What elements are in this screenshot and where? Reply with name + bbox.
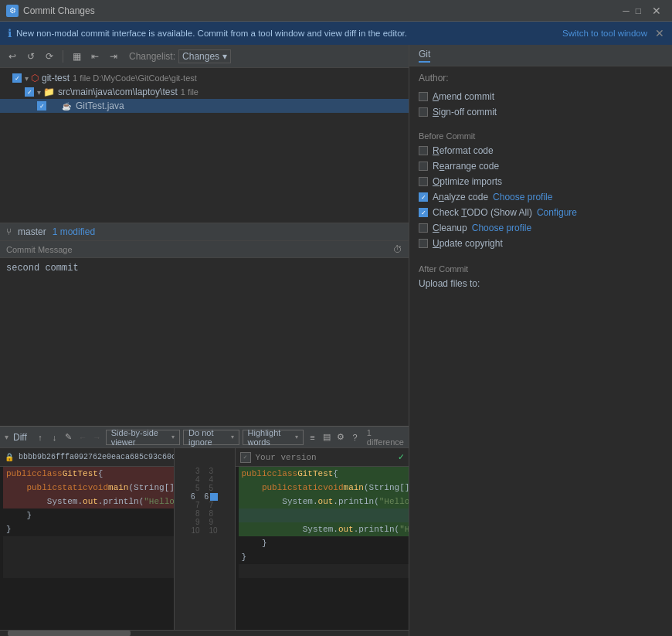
- line-numbers: 3 3 4 4 5 5 6: [191, 467, 218, 535]
- diff-right-line-3: System.out.println("Hello Git f: [239, 495, 409, 508]
- check-todo-link[interactable]: Configure: [537, 207, 577, 218]
- commit-message-input[interactable]: second commit: [0, 258, 409, 426]
- ignore-label: Do not ignore: [188, 428, 228, 447]
- amend-commit-label: Amend commit: [433, 91, 494, 102]
- branch-icon: ⑂: [6, 226, 12, 237]
- author-label: Author:: [419, 73, 449, 83]
- optimize-imports-label: Optimize imports: [433, 176, 502, 187]
- diff-left-line-6: [3, 536, 174, 550]
- diff-left-code: public class GitTest { public static voi…: [0, 467, 174, 578]
- git-options: Author: Amend commit Sign-off commit Bef…: [409, 66, 672, 636]
- commit-history-button[interactable]: ⏱: [393, 244, 402, 255]
- tree-item-src[interactable]: ✓ ▾ 📁 src\main\java\com\laptoy\test 1 fi…: [0, 85, 409, 99]
- diff-right-line-6: }: [239, 536, 409, 550]
- tree-arrow-src: ▾: [37, 88, 41, 97]
- tree-checkbox-src[interactable]: ✓: [25, 87, 34, 97]
- diff-count: 1 difference: [367, 428, 404, 447]
- highlight-label: Highlight words: [248, 428, 294, 447]
- maximize-button[interactable]: □: [636, 5, 641, 16]
- tree-label-git-test: git-test: [42, 73, 70, 83]
- changelist-dropdown-arrow: ▾: [222, 51, 227, 62]
- viewer-dropdown[interactable]: Side-by-side viewer ▾: [106, 430, 180, 445]
- modified-badge[interactable]: 1 modified: [53, 226, 95, 237]
- minimize-button[interactable]: ─: [623, 5, 630, 16]
- optimize-imports-checkbox[interactable]: [419, 177, 428, 186]
- line-num-8: 8 8: [191, 509, 218, 518]
- upload-files-label: Upload files to:: [419, 278, 480, 289]
- right-version-label: Your version: [256, 453, 317, 462]
- analyze-code-link[interactable]: Choose profile: [493, 192, 552, 202]
- ignore-dropdown-arrow: ▾: [231, 434, 234, 440]
- analyze-code-row: ✓ Analyze code Choose profile: [419, 192, 663, 202]
- toolbar-separator: [63, 50, 63, 63]
- java-icon: ☕: [60, 102, 73, 111]
- right-panel: Git Author: Amend commit Sign-off commit…: [409, 45, 672, 636]
- undo-button[interactable]: ↩: [5, 49, 20, 64]
- group-button[interactable]: ▦: [69, 49, 84, 64]
- cleanup-checkbox[interactable]: [419, 223, 428, 233]
- diff-nav-up[interactable]: ↑: [35, 430, 46, 444]
- check-todo-row: ✓ Check TODO (Show All) Configure: [419, 207, 663, 218]
- cleanup-row: Cleanup Choose profile: [419, 223, 663, 233]
- diff-help-icon[interactable]: ?: [349, 430, 360, 444]
- after-commit-label: After Commit: [419, 264, 663, 274]
- changelist-dropdown[interactable]: Changes ▾: [178, 49, 231, 63]
- title-bar: ⚙ Commit Changes ─ □ ✕: [0, 0, 672, 22]
- amend-commit-checkbox[interactable]: [419, 92, 428, 101]
- check-todo-label: Check TODO (Show All): [433, 207, 532, 218]
- line-checkbox-6[interactable]: [210, 493, 218, 501]
- diff-left-line-4: }: [3, 508, 174, 522]
- left-panel: ↩ ↺ ⟳ ▦ ⇤ ⇥ Changelist: Changes ▾ ✓ ▾ ⬡ …: [0, 45, 409, 636]
- line-num-10: 10 10: [191, 526, 218, 535]
- analyze-code-checkbox[interactable]: ✓: [419, 192, 428, 202]
- tree-item-git-test[interactable]: ✓ ▾ ⬡ git-test 1 file D:\MyCode\GitCode\…: [0, 71, 409, 85]
- settings-button[interactable]: ⟳: [42, 49, 57, 64]
- diff-scrollbar[interactable]: [0, 630, 409, 636]
- diff-gear-icon[interactable]: ⚙: [335, 430, 346, 444]
- close-button[interactable]: ✕: [647, 3, 666, 19]
- diff-right-line-5: System.out.println("Hello Git f: [239, 522, 409, 536]
- changelist-label: Changelist:: [129, 51, 175, 62]
- diff-scrollbar-thumb: [8, 631, 131, 636]
- reformat-code-checkbox[interactable]: [419, 146, 428, 155]
- rearrange-code-checkbox[interactable]: [419, 162, 428, 171]
- check-todo-checkbox[interactable]: ✓: [419, 208, 428, 217]
- cleanup-link[interactable]: Choose profile: [472, 223, 531, 233]
- move-button[interactable]: ⇥: [106, 49, 121, 64]
- diff-right-line-2: public static void main(String[] ar: [239, 481, 409, 495]
- diff-columns-icon[interactable]: ▤: [321, 430, 332, 444]
- status-bar: ⑂ master 1 modified: [0, 223, 409, 241]
- right-checkbox[interactable]: ✓: [240, 452, 251, 463]
- diff-settings-icon[interactable]: ≡: [307, 430, 317, 444]
- diff-edit-btn[interactable]: ✎: [63, 430, 74, 444]
- rearrange-code-label: Rearrange code: [433, 161, 499, 172]
- diff-nav-down[interactable]: ↓: [49, 430, 59, 444]
- line-num-3: 3 3: [191, 467, 218, 475]
- highlight-dropdown[interactable]: Highlight words ▾: [243, 430, 304, 445]
- lock-icon: 🔒: [5, 453, 14, 462]
- copyright-checkbox[interactable]: [419, 239, 428, 248]
- diff-left-line-2: public static void main(String[] a: [3, 481, 174, 495]
- info-bar-close[interactable]: ✕: [655, 27, 664, 39]
- diff-left-header: 🔒 bbbb9b26fffa092762e0eaca685c93c60c67c4…: [0, 448, 174, 467]
- tree-checkbox-gittest[interactable]: ✓: [37, 101, 46, 111]
- line-num-9: 9 9: [191, 518, 218, 526]
- amend-commit-row: Amend commit: [419, 91, 663, 102]
- diff-collapse-arrow[interactable]: ▾: [5, 433, 8, 441]
- commit-label-bar: Commit Message ⏱: [0, 241, 409, 258]
- diff-left-line-5: }: [3, 522, 174, 536]
- signoff-commit-checkbox[interactable]: [419, 107, 428, 117]
- git-tab[interactable]: Git: [409, 45, 672, 66]
- tree-checkbox-git-test[interactable]: ✓: [12, 73, 22, 83]
- diff-left-line-1: public class GitTest {: [3, 467, 174, 481]
- before-commit-label: Before Commit: [419, 131, 663, 141]
- diff-left-pane: 🔒 bbbb9b26fffa092762e0eaca685c93c60c67c4…: [0, 448, 174, 630]
- diff-right-line-1: public class GitTest {: [239, 467, 409, 481]
- diff-left-line-8: [3, 564, 174, 578]
- collapse-button[interactable]: ⇤: [87, 49, 103, 64]
- refresh-button[interactable]: ↺: [23, 49, 39, 64]
- tree-item-gittest-java[interactable]: ✓ ☕ GitTest.java: [0, 99, 409, 113]
- ignore-dropdown[interactable]: Do not ignore ▾: [183, 430, 239, 445]
- author-row: Author:: [419, 73, 663, 83]
- switch-to-tool-window-link[interactable]: Switch to tool window: [562, 29, 647, 38]
